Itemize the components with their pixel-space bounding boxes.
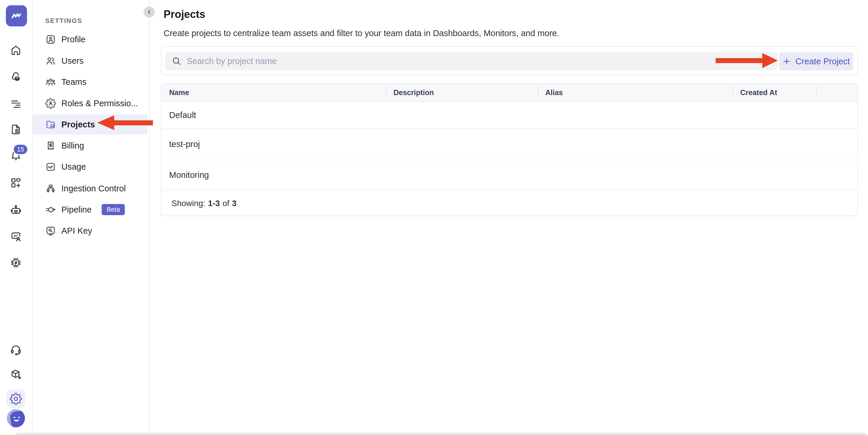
sidebar-item-label: API Key <box>61 226 92 236</box>
showing-label: Showing: <box>172 199 205 208</box>
sidebar-item-label: Projects <box>61 120 95 129</box>
plus-icon <box>782 57 791 66</box>
column-header-actions <box>816 84 858 101</box>
cloud-cost-icon[interactable] <box>9 70 22 83</box>
search-icon <box>172 56 182 66</box>
sidebar-item-profile[interactable]: Profile <box>33 29 147 49</box>
settings-section-title: SETTINGS <box>45 17 82 25</box>
column-header-description: Description <box>386 84 538 101</box>
session-chat-icon[interactable] <box>9 230 22 243</box>
sidebar-item-roles-permissions[interactable]: Roles & Permissio... <box>33 93 147 113</box>
cell-description <box>386 129 538 160</box>
sidebar-item-api-key[interactable]: API Key <box>33 221 147 241</box>
reports-doc-icon[interactable] <box>9 123 22 136</box>
showing-total: 3 <box>232 199 237 208</box>
sidebar-item-label: Roles & Permissio... <box>61 99 138 108</box>
project-search[interactable] <box>165 52 778 70</box>
app-icon-rail: 15 <box>0 0 33 435</box>
sidebar-item-teams[interactable]: Teams <box>33 72 147 92</box>
alerts-count-badge: 15 <box>13 144 28 155</box>
usage-chart-icon <box>45 161 56 172</box>
cell-actions <box>816 160 858 190</box>
sidebar-item-projects[interactable]: Projects <box>33 115 147 134</box>
billing-receipt-icon <box>45 140 56 151</box>
cell-description <box>386 160 538 190</box>
sidebar-item-label: Users <box>61 56 84 66</box>
cell-name: Default <box>161 102 386 128</box>
cell-actions <box>816 129 858 160</box>
cell-created-at <box>733 160 816 190</box>
chevron-left-icon <box>146 9 152 15</box>
column-header-alias: Alias <box>538 84 733 101</box>
sidebar-item-label: Billing <box>61 141 84 151</box>
cell-description <box>386 102 538 128</box>
cell-alias <box>538 160 733 190</box>
cell-created-at <box>733 129 816 160</box>
table-header-row: Name Description Alias Created At <box>161 84 858 102</box>
table-pagination-summary: Showing: 1-3 of 3 <box>161 190 858 216</box>
home-icon[interactable] <box>9 44 22 57</box>
projects-table: Name Description Alias Created At Defaul… <box>161 83 858 216</box>
ingestion-tree-icon <box>45 183 56 194</box>
app-window: 15 SETTINGS Profile <box>0 0 868 435</box>
user-avatar[interactable] <box>6 409 25 428</box>
search-input[interactable] <box>187 52 778 70</box>
table-row-default[interactable]: Default <box>161 102 858 129</box>
table-row-test-proj[interactable]: test-proj <box>161 129 858 160</box>
api-key-icon <box>45 225 56 236</box>
sidebar-item-billing[interactable]: Billing <box>33 135 147 156</box>
sidebar-item-label: Profile <box>61 35 86 44</box>
cell-alias <box>538 129 733 160</box>
sidebar-item-label: Ingestion Control <box>61 184 126 193</box>
table-body: Default test-proj Monitoring <box>161 102 858 190</box>
bot-icon[interactable] <box>9 204 22 217</box>
cell-alias <box>538 102 733 128</box>
pipeline-hexagon-icon <box>45 204 56 215</box>
sidebar-item-label: Pipeline <box>61 205 92 215</box>
column-header-created-at: Created At <box>733 84 816 101</box>
logs-icon[interactable] <box>9 97 22 110</box>
sidebar-item-usage[interactable]: Usage <box>33 157 147 177</box>
page-description: Create projects to centralize team asset… <box>163 28 559 38</box>
search-toolbar-card: Create Project <box>161 46 858 75</box>
profile-icon <box>45 34 56 45</box>
roles-gear-person-icon <box>45 98 56 109</box>
support-headset-icon[interactable] <box>9 343 22 356</box>
create-project-label: Create Project <box>796 57 850 66</box>
cell-name: test-proj <box>161 129 386 160</box>
sidebar-item-pipeline[interactable]: Pipeline Beta <box>33 199 147 220</box>
dashboards-grid-icon[interactable] <box>9 177 22 189</box>
beta-badge: Beta <box>102 204 125 215</box>
cell-name: Monitoring <box>161 160 386 190</box>
cell-actions <box>816 102 858 128</box>
sidebar-collapse-button[interactable] <box>144 6 155 18</box>
middleware-logo[interactable] <box>6 5 27 26</box>
install-cube-icon[interactable] <box>9 368 22 381</box>
page-title: Projects <box>163 8 205 21</box>
teams-icon <box>45 76 56 88</box>
create-project-button[interactable]: Create Project <box>779 52 853 70</box>
settings-sidebar: SETTINGS Profile Users Teams Roles & Per… <box>33 0 150 435</box>
sidebar-item-label: Usage <box>61 162 86 172</box>
folder-cloud-icon <box>45 119 56 130</box>
column-header-name: Name <box>161 84 386 101</box>
horizontal-scrollbar[interactable] <box>16 433 866 435</box>
chip-icon[interactable] <box>9 256 22 269</box>
showing-range: 1-3 <box>208 199 220 208</box>
table-row-monitoring[interactable]: Monitoring <box>161 160 858 190</box>
sidebar-item-users[interactable]: Users <box>33 51 147 71</box>
users-icon <box>45 56 56 66</box>
cell-created-at <box>733 102 816 128</box>
showing-of: of <box>223 199 229 208</box>
sidebar-item-ingestion-control[interactable]: Ingestion Control <box>33 179 147 198</box>
settings-gear-icon[interactable] <box>6 390 25 408</box>
sidebar-item-label: Teams <box>61 77 86 87</box>
